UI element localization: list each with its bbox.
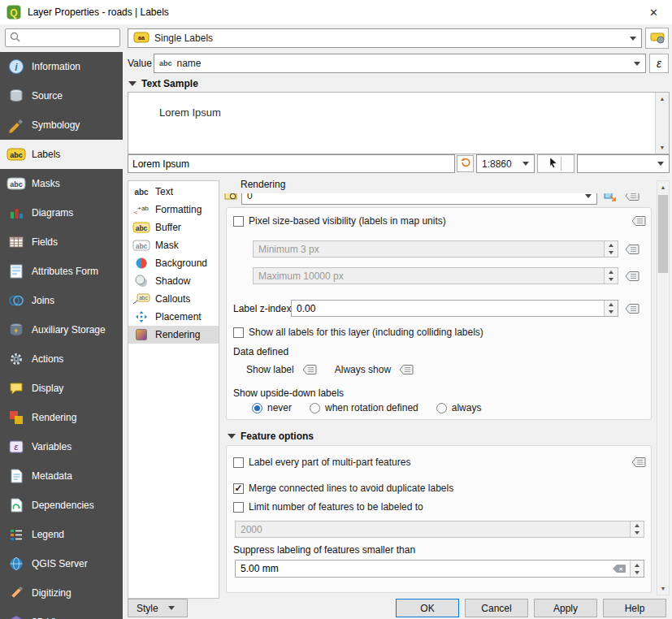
show-all-labels-label: Show all labels for this layer (includin… — [249, 327, 483, 338]
sidebar-item-dependencies[interactable]: Dependencies — [0, 491, 123, 520]
spin-down-icon[interactable] — [631, 569, 644, 577]
ok-button[interactable]: OK — [396, 599, 459, 617]
spinner-arrows[interactable] — [604, 241, 618, 257]
radio-never[interactable] — [252, 403, 262, 413]
sidebar-item-qgis-server[interactable]: QGIS Server — [0, 549, 123, 578]
sidebar-item-masks[interactable]: abc Masks — [0, 169, 123, 198]
tab-placement[interactable]: Placement — [128, 308, 219, 326]
z-index-spinbox[interactable] — [291, 300, 618, 317]
merge-lines-checkbox[interactable] — [233, 483, 244, 494]
spin-up-icon[interactable] — [605, 241, 618, 249]
set-to-current-scale-button[interactable] — [601, 193, 619, 204]
sidebar-item-source[interactable]: Source — [0, 81, 123, 110]
limit-features-checkbox[interactable] — [233, 502, 244, 513]
minimum-pixel-spinbox[interactable]: Minimum 3 px — [253, 240, 618, 258]
spinner-arrows[interactable] — [630, 522, 644, 537]
feature-options-group: Label every part of multi-part features … — [226, 445, 652, 593]
sidebar-item-metadata[interactable]: Metadata — [0, 461, 123, 491]
suppress-spinbox[interactable]: × — [235, 560, 644, 578]
scroll-down-icon[interactable]: ▼ — [656, 141, 669, 154]
limit-features-spinbox[interactable]: 2000 — [235, 521, 644, 538]
sidebar-item-joins[interactable]: Joins — [0, 286, 123, 315]
search-input[interactable] — [24, 32, 115, 44]
value-field-combo[interactable]: abc name — [154, 54, 646, 73]
cancel-button[interactable]: Cancel — [465, 599, 528, 617]
spin-down-icon[interactable] — [605, 249, 618, 258]
sidebar-item-auxiliary-storage[interactable]: Auxiliary Storage — [0, 315, 123, 344]
spin-up-icon[interactable] — [605, 268, 618, 276]
sidebar-item-legend[interactable]: Legend — [0, 520, 123, 549]
sidebar-item-fields[interactable]: Fields — [0, 227, 123, 257]
data-defined-override-icon[interactable] — [630, 214, 648, 227]
data-defined-override-icon[interactable] — [301, 362, 319, 377]
preview-background-combo[interactable] — [577, 154, 670, 173]
close-button[interactable]: ✕ — [635, 0, 672, 24]
show-all-labels-checkbox[interactable] — [233, 327, 244, 338]
spin-down-icon[interactable] — [605, 309, 618, 317]
tab-text[interactable]: abc Text — [128, 183, 219, 201]
data-defined-override-icon[interactable] — [630, 455, 648, 469]
rendering-panel-scrollbar[interactable]: ▲ ▼ — [657, 180, 670, 595]
expression-builder-button[interactable]: ε — [649, 54, 669, 73]
spinner-arrows[interactable] — [604, 268, 618, 284]
sidebar-item-attributes-form[interactable]: Attributes Form — [0, 257, 123, 286]
data-defined-override-icon[interactable] — [623, 242, 641, 256]
spin-down-icon[interactable] — [631, 530, 644, 538]
data-defined-row: Show label Always show — [246, 362, 415, 377]
spin-down-icon[interactable] — [605, 276, 618, 284]
data-defined-override-icon[interactable] — [397, 362, 415, 377]
scroll-up-icon[interactable]: ▲ — [657, 181, 669, 193]
help-button[interactable]: Help — [603, 599, 666, 617]
spin-up-icon[interactable] — [631, 522, 644, 530]
map-units-picker-button[interactable] — [537, 154, 574, 173]
data-defined-override-icon[interactable] — [623, 301, 641, 315]
maximum-pixel-spinbox[interactable]: Maximum 10000 px — [253, 267, 618, 284]
z-index-input[interactable] — [292, 301, 604, 316]
formatting-tab-icon: +ab< — [132, 203, 151, 216]
reset-sample-button[interactable] — [457, 155, 474, 172]
sidebar-item-labels[interactable]: abc Labels — [0, 140, 123, 169]
maximum-scale-combo[interactable]: 0 — [241, 193, 597, 205]
metadata-icon — [7, 467, 26, 485]
spin-up-icon[interactable] — [605, 301, 618, 309]
style-menu-button[interactable]: Style — [128, 599, 188, 617]
tab-mask[interactable]: abc Mask — [128, 236, 219, 254]
preview-scrollbar[interactable]: ▲ ▼ — [655, 93, 669, 154]
sidebar-item-variables[interactable]: ε Variables — [0, 432, 123, 461]
spinner-arrows[interactable] — [604, 301, 618, 316]
suppress-input[interactable] — [236, 561, 612, 577]
tab-background[interactable]: Background — [128, 254, 219, 272]
tab-rendering[interactable]: Rendering — [128, 326, 219, 344]
apply-button[interactable]: Apply — [534, 599, 597, 617]
text-sample-section-header[interactable]: Text Sample — [128, 77, 198, 90]
sidebar-item-actions[interactable]: Actions — [0, 344, 123, 374]
label-mode-combo[interactable]: aa Single Labels — [128, 28, 642, 48]
automated-placement-settings-button[interactable] — [645, 28, 669, 49]
tab-buffer[interactable]: abc Buffer — [128, 219, 219, 236]
sidebar-item-3d-view[interactable]: 3D 3D View — [0, 608, 123, 619]
sidebar-item-digitizing[interactable]: Digitizing — [0, 578, 123, 608]
data-defined-override-icon[interactable] — [623, 193, 641, 203]
scroll-down-icon[interactable]: ▼ — [657, 582, 669, 595]
sample-text-input[interactable] — [128, 154, 455, 173]
tab-shadow[interactable]: Shadow — [128, 272, 219, 290]
radio-always[interactable] — [436, 403, 447, 413]
clear-field-icon[interactable]: × — [612, 561, 630, 577]
tab-formatting[interactable]: +ab< Formatting — [128, 201, 219, 219]
sidebar-item-information[interactable]: i Information — [0, 52, 123, 81]
scrollbar-thumb[interactable] — [658, 195, 668, 273]
sidebar-item-symbology[interactable]: Symbology — [0, 110, 123, 140]
tab-callouts[interactable]: abc Callouts — [128, 290, 219, 308]
sidebar-item-display[interactable]: Display — [0, 374, 123, 403]
pixel-visibility-checkbox[interactable] — [233, 216, 244, 227]
preview-scale-combo[interactable]: 1:8860 — [476, 154, 535, 173]
scroll-up-icon[interactable]: ▲ — [656, 93, 669, 105]
data-defined-override-icon[interactable] — [623, 269, 641, 283]
feature-options-section-header[interactable]: Feature options — [228, 430, 314, 443]
label-every-part-checkbox[interactable] — [233, 457, 244, 468]
radio-when-rotation-defined[interactable] — [310, 403, 320, 413]
spinner-arrows[interactable] — [630, 561, 644, 577]
spin-up-icon[interactable] — [631, 561, 644, 569]
sidebar-item-diagrams[interactable]: Diagrams — [0, 198, 123, 227]
sidebar-item-rendering[interactable]: Rendering — [0, 403, 123, 432]
